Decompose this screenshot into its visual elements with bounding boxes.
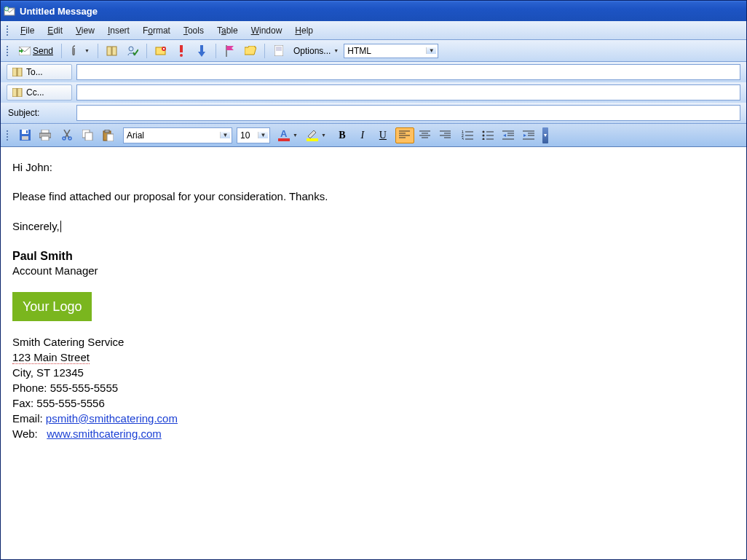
options-button[interactable]: Options... ▼ <box>290 43 342 59</box>
format-combo[interactable]: HTML ▼ <box>344 44 438 58</box>
subject-input[interactable] <box>76 105 740 121</box>
bullet-list-button[interactable] <box>478 127 497 143</box>
to-button[interactable]: To... <box>7 64 72 80</box>
menu-insert[interactable]: Insert <box>101 23 136 38</box>
flag-button[interactable] <box>221 43 240 59</box>
paste-icon <box>102 130 114 141</box>
decrease-indent-icon <box>502 130 514 141</box>
svg-rect-32 <box>85 133 92 141</box>
signature-company: Smith Catering Service <box>12 334 735 350</box>
paste-button[interactable] <box>98 127 117 143</box>
cc-button[interactable]: Cc... <box>7 84 72 100</box>
dropdown-arrow-icon: ▼ <box>84 48 90 53</box>
attach-button[interactable]: ▼ <box>66 43 93 59</box>
send-icon <box>19 45 31 57</box>
font-size-combo[interactable]: 10 ▼ <box>237 127 270 143</box>
save-icon <box>19 130 31 141</box>
check-names-icon <box>127 45 138 57</box>
importance-low-button[interactable] <box>192 43 211 59</box>
options-page-button[interactable] <box>269 43 288 59</box>
folder-button[interactable] <box>241 43 260 59</box>
svg-rect-8 <box>163 48 165 50</box>
menu-view[interactable]: View <box>69 23 101 38</box>
message-body[interactable]: Hi John: Please find attached our propos… <box>1 147 746 560</box>
menu-bar: File Edit View Insert Format Tools Table… <box>1 21 746 40</box>
font-color-button[interactable]: A ▼ <box>274 127 301 143</box>
menu-edit[interactable]: Edit <box>41 23 69 38</box>
subject-label: Subject: <box>7 108 72 118</box>
align-center-icon <box>419 130 431 141</box>
svg-point-58 <box>482 135 484 137</box>
font-color-icon: A <box>278 130 290 141</box>
numbered-list-button[interactable]: 123 <box>458 127 477 143</box>
check-names-button[interactable] <box>123 43 142 59</box>
highlight-icon <box>307 130 318 141</box>
decrease-indent-button[interactable] <box>499 127 518 143</box>
svg-rect-35 <box>107 134 114 141</box>
save-button[interactable] <box>15 127 34 143</box>
menu-format[interactable]: Format <box>136 23 177 38</box>
dropdown-arrow-icon: ▼ <box>293 133 298 138</box>
to-input[interactable] <box>76 64 740 80</box>
signature-logo: Your Logo <box>12 292 92 321</box>
align-right-button[interactable] <box>436 127 455 143</box>
importance-high-button[interactable] <box>172 43 191 59</box>
italic-button[interactable]: I <box>353 127 372 143</box>
align-right-icon <box>440 130 451 141</box>
bold-button[interactable]: B <box>333 127 352 143</box>
dropdown-arrow-icon: ▼ <box>426 47 436 54</box>
print-button[interactable] <box>36 127 55 143</box>
cut-button[interactable] <box>58 127 76 143</box>
italic-icon: I <box>357 130 368 141</box>
send-button[interactable]: Send <box>15 43 57 59</box>
window-title: Untitled Message <box>20 6 98 17</box>
toolbar-grip-icon[interactable] <box>5 25 9 36</box>
increase-indent-button[interactable] <box>519 127 538 143</box>
signature-email-link[interactable]: psmith@smithcatering.com <box>46 412 178 425</box>
align-center-button[interactable] <box>416 127 435 143</box>
svg-rect-22 <box>22 136 28 140</box>
svg-point-29 <box>63 137 66 140</box>
signature-web-link[interactable]: www.smithcatering.com <box>47 427 162 440</box>
copy-icon <box>82 130 93 141</box>
paperclip-icon <box>70 45 82 57</box>
menu-tools[interactable]: Tools <box>177 23 210 38</box>
menu-table[interactable]: Table <box>210 23 245 38</box>
svg-rect-19 <box>17 88 22 97</box>
permission-button[interactable] <box>151 43 170 59</box>
toolbar-grip-icon[interactable] <box>5 130 9 141</box>
cc-row: Cc... <box>1 82 746 103</box>
print-icon <box>39 130 51 141</box>
svg-rect-24 <box>42 130 49 133</box>
toolbar-grip-icon[interactable] <box>5 46 9 56</box>
permission-icon <box>155 45 167 57</box>
underline-button[interactable]: U <box>374 127 392 143</box>
signature-name: Paul Smith <box>12 248 735 264</box>
signature-phone: Phone: 555-555-5555 <box>12 380 735 395</box>
formatting-toolbar: Arial ▼ 10 ▼ A ▼ ▼ B I U <box>1 124 746 147</box>
cc-input[interactable] <box>76 84 740 100</box>
menu-help[interactable]: Help <box>288 23 320 38</box>
text-cursor-icon <box>60 221 61 232</box>
highlight-button[interactable]: ▼ <box>303 127 330 143</box>
svg-point-5 <box>129 47 133 51</box>
menu-file[interactable]: File <box>14 23 41 38</box>
address-book-icon <box>12 87 23 98</box>
toolbar-overflow-button[interactable]: ▾ <box>542 127 548 143</box>
menu-window[interactable]: Window <box>245 23 289 38</box>
svg-rect-18 <box>12 88 17 97</box>
address-book-button[interactable] <box>103 43 122 59</box>
svg-rect-3 <box>107 47 111 55</box>
align-left-button[interactable] <box>395 127 414 143</box>
svg-marker-67 <box>503 134 506 137</box>
font-combo[interactable]: Arial ▼ <box>123 127 232 143</box>
copy-button[interactable] <box>78 127 97 143</box>
svg-rect-16 <box>12 68 17 76</box>
down-arrow-icon <box>196 45 208 57</box>
svg-rect-38 <box>307 138 318 141</box>
to-row: To... <box>1 62 746 82</box>
body-greeting: Hi John: <box>12 160 735 175</box>
signature-email: Email: psmith@smithcatering.com <box>12 411 735 426</box>
body-closing: Sincerely, <box>12 219 735 234</box>
address-book-icon <box>106 45 118 57</box>
